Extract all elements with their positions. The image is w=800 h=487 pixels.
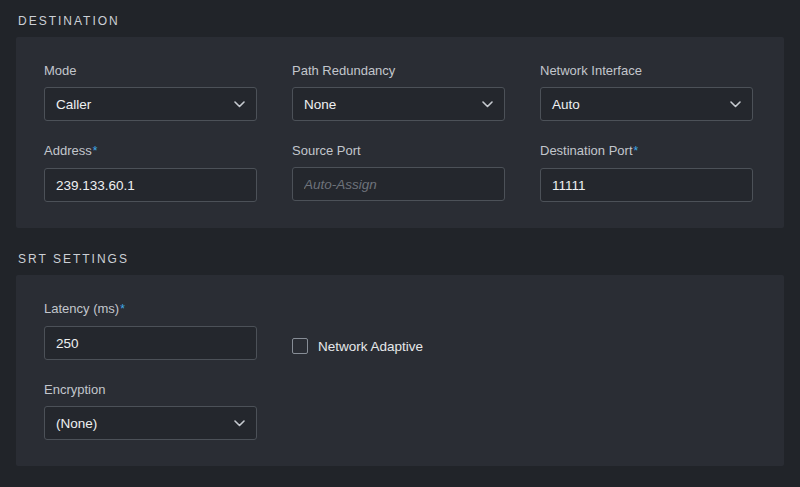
- chevron-down-icon: [234, 101, 245, 108]
- required-asterisk: *: [634, 144, 639, 158]
- required-asterisk: *: [120, 302, 125, 316]
- destination-port-input[interactable]: [540, 168, 753, 202]
- field-encryption: Encryption (None): [44, 382, 257, 440]
- field-network-interface: Network Interface Auto: [540, 63, 753, 121]
- grid-spacer: [540, 301, 753, 360]
- mode-selected-value: Caller: [56, 97, 91, 112]
- network-interface-select[interactable]: Auto: [540, 87, 753, 121]
- path-redundancy-label: Path Redundancy: [292, 63, 395, 78]
- field-source-port: Source Port: [292, 143, 505, 202]
- address-input[interactable]: [44, 168, 257, 202]
- srt-section-title: SRT SETTINGS: [16, 248, 784, 275]
- latency-input[interactable]: [44, 326, 257, 360]
- path-redundancy-select[interactable]: None: [292, 87, 505, 121]
- required-asterisk: *: [93, 144, 98, 158]
- field-latency: Latency (ms)*: [44, 301, 257, 360]
- source-port-label: Source Port: [292, 143, 361, 158]
- address-label: Address: [44, 143, 92, 158]
- srt-panel: Latency (ms)* Network Adaptive Encryptio…: [16, 275, 784, 466]
- source-port-input[interactable]: [292, 167, 505, 201]
- settings-page: DESTINATION Mode Caller Path Redundancy: [0, 0, 800, 466]
- chevron-down-icon: [234, 420, 245, 427]
- destination-section-title: DESTINATION: [16, 10, 784, 37]
- chevron-down-icon: [730, 101, 741, 108]
- destination-grid: Mode Caller Path Redundancy None: [44, 63, 756, 202]
- chevron-down-icon: [482, 101, 493, 108]
- field-mode: Mode Caller: [44, 63, 257, 121]
- srt-grid: Latency (ms)* Network Adaptive Encryptio…: [44, 301, 756, 440]
- destination-panel: Mode Caller Path Redundancy None: [16, 37, 784, 228]
- encryption-label: Encryption: [44, 382, 105, 397]
- field-path-redundancy: Path Redundancy None: [292, 63, 505, 121]
- mode-label: Mode: [44, 63, 77, 78]
- encryption-select[interactable]: (None): [44, 406, 257, 440]
- network-adaptive-label: Network Adaptive: [318, 339, 423, 354]
- latency-label: Latency (ms): [44, 301, 119, 316]
- network-interface-label: Network Interface: [540, 63, 642, 78]
- field-network-adaptive: Network Adaptive: [292, 332, 505, 360]
- field-destination-port: Destination Port*: [540, 143, 753, 202]
- network-interface-selected-value: Auto: [552, 97, 580, 112]
- encryption-selected-value: (None): [56, 416, 97, 431]
- field-address: Address*: [44, 143, 257, 202]
- destination-port-label: Destination Port: [540, 143, 633, 158]
- path-redundancy-selected-value: None: [304, 97, 336, 112]
- mode-select[interactable]: Caller: [44, 87, 257, 121]
- network-adaptive-checkbox[interactable]: [292, 338, 308, 354]
